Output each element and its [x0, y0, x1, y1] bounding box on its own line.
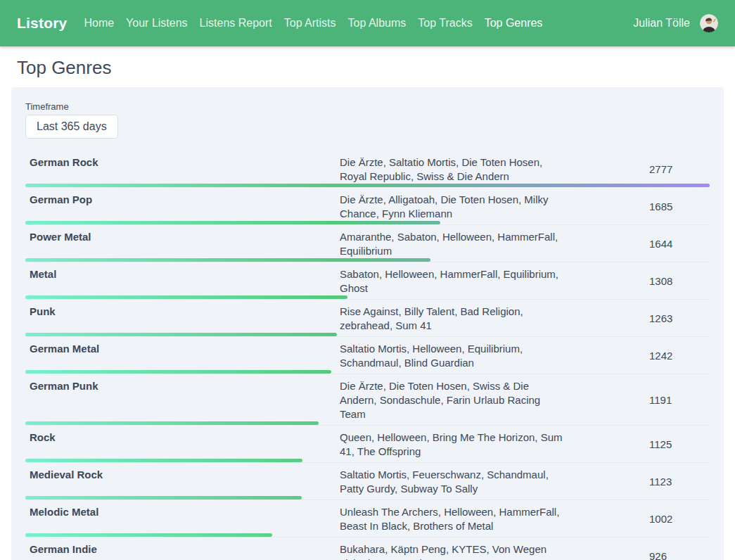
timeframe-select[interactable]: Last 365 days	[25, 115, 118, 139]
nav-links: HomeYour ListensListens ReportTop Artist…	[84, 17, 554, 30]
genre-row: Metal Sabaton, Helloween, HammerFall, Eq…	[25, 262, 710, 300]
genre-bar	[25, 184, 710, 187]
genre-row: Punk Rise Against, Billy Talent, Bad Rel…	[25, 300, 710, 337]
genre-top-artists: Amaranthe, Sabaton, Helloween, HammerFal…	[340, 230, 573, 258]
genre-row-content: German Indie Bukahara, Käptn Peng, KYTES…	[25, 537, 710, 560]
main-content: Top Genres Timeframe Last 365 days Germa…	[0, 46, 735, 560]
genre-name: Metal	[25, 267, 340, 295]
genre-top-artists: Saltatio Mortis, Helloween, Equilibrium,…	[340, 342, 573, 370]
genre-bar-track	[25, 184, 710, 188]
genre-bar-track	[25, 421, 710, 426]
genre-listen-count: 1125	[573, 438, 710, 452]
genre-listen-count: 1191	[573, 393, 710, 407]
user-avatar-icon[interactable]	[700, 14, 718, 32]
genre-listen-count: 2777	[573, 163, 710, 177]
genres-table: German Rock Die Ärzte, Saltatio Mortis, …	[25, 151, 710, 560]
timeframe-label: Timeframe	[25, 101, 710, 112]
genre-bar	[25, 258, 430, 262]
nav-item-top-artists[interactable]: Top Artists	[284, 17, 336, 30]
genre-bar-track	[25, 295, 710, 300]
genre-bar-track	[25, 221, 710, 225]
genre-row-content: Power Metal Amaranthe, Sabaton, Hellowee…	[25, 225, 710, 258]
genre-row: German Punk Die Ärzte, Die Toten Hosen, …	[25, 374, 710, 426]
genre-listen-count: 1263	[573, 312, 710, 326]
genre-bar-track	[25, 370, 710, 374]
navbar: Listory HomeYour ListensListens ReportTo…	[0, 0, 735, 46]
genre-name: German Punk	[25, 379, 340, 421]
genre-bar-track	[25, 533, 710, 537]
genre-row-content: Melodic Metal Unleash The Archers, Hello…	[25, 500, 710, 533]
genre-bar	[25, 533, 272, 537]
top-genres-card: Timeframe Last 365 days German Rock Die …	[11, 87, 724, 560]
genre-listen-count: 1644	[573, 237, 710, 251]
genre-name: German Metal	[25, 342, 340, 370]
genre-top-artists: Saltatio Mortis, Feuerschwanz, Schandmau…	[340, 468, 573, 496]
genre-top-artists: Die Ärzte, Alligatoah, Die Toten Hosen, …	[340, 193, 573, 221]
nav-item-top-albums[interactable]: Top Albums	[348, 17, 407, 30]
genre-row: German Rock Die Ärzte, Saltatio Mortis, …	[25, 151, 710, 188]
genre-bar-track	[25, 258, 710, 262]
genre-listen-count: 926	[573, 549, 710, 560]
user-name[interactable]: Julian Tölle	[633, 17, 690, 30]
genre-bar-track	[25, 333, 710, 337]
genre-bar	[25, 421, 319, 425]
genre-name: Power Metal	[25, 230, 340, 258]
page-title: Top Genres	[17, 57, 718, 79]
genre-top-artists: Sabaton, Helloween, HammerFall, Equilibr…	[340, 267, 573, 295]
genre-top-artists: Bukahara, Käptn Peng, KYTES, Von Wegen L…	[340, 542, 573, 560]
genre-row-content: German Metal Saltatio Mortis, Helloween,…	[25, 337, 710, 370]
genre-row-content: Metal Sabaton, Helloween, HammerFall, Eq…	[25, 262, 710, 295]
genre-top-artists: Rise Against, Billy Talent, Bad Religion…	[340, 305, 573, 333]
genre-listen-count: 1002	[573, 512, 710, 526]
genre-row-content: Medieval Rock Saltatio Mortis, Feuerschw…	[25, 463, 710, 496]
genre-row: German Pop Die Ärzte, Alligatoah, Die To…	[25, 188, 710, 225]
genre-row: Power Metal Amaranthe, Sabaton, Hellowee…	[25, 225, 710, 262]
genre-name: Rock	[25, 431, 340, 459]
genre-row-content: Rock Queen, Helloween, Bring Me The Hori…	[25, 426, 710, 459]
genre-top-artists: Die Ärzte, Saltatio Mortis, Die Toten Ho…	[340, 155, 573, 184]
nav-item-your-listens[interactable]: Your Listens	[126, 17, 187, 30]
genre-name: Medieval Rock	[25, 468, 340, 496]
nav-item-home[interactable]: Home	[84, 17, 114, 30]
timeframe-block: Timeframe Last 365 days	[25, 101, 710, 139]
genre-top-artists: Queen, Helloween, Bring Me The Horizon, …	[340, 431, 573, 459]
genre-listen-count: 1308	[573, 274, 710, 288]
genre-name: German Pop	[25, 193, 340, 221]
genre-row: Rock Queen, Helloween, Bring Me The Hori…	[25, 426, 710, 463]
genre-row: Medieval Rock Saltatio Mortis, Feuerschw…	[25, 463, 710, 500]
genre-row-content: Punk Rise Against, Billy Talent, Bad Rel…	[25, 300, 710, 333]
app-logo[interactable]: Listory	[17, 15, 67, 32]
genre-bar	[25, 459, 302, 462]
genre-listen-count: 1685	[573, 200, 710, 214]
genre-bar	[25, 496, 302, 499]
genre-name: Punk	[25, 305, 340, 333]
genre-row: Melodic Metal Unleash The Archers, Hello…	[25, 500, 710, 537]
nav-item-top-tracks[interactable]: Top Tracks	[418, 17, 472, 30]
genre-bar	[25, 333, 337, 336]
nav-item-top-genres[interactable]: Top Genres	[485, 17, 543, 30]
genre-top-artists: Die Ärzte, Die Toten Hosen, Swiss & Die …	[340, 379, 573, 421]
genre-row-content: German Rock Die Ärzte, Saltatio Mortis, …	[25, 151, 710, 184]
genre-name: Melodic Metal	[25, 505, 340, 533]
genre-listen-count: 1242	[573, 349, 710, 363]
genre-bar	[25, 221, 440, 224]
genre-listen-count: 1123	[573, 475, 710, 489]
genre-row-content: German Pop Die Ärzte, Alligatoah, Die To…	[25, 188, 710, 221]
genre-bar-track	[25, 459, 710, 463]
genre-bar	[25, 370, 331, 374]
nav-item-listens-report[interactable]: Listens Report	[200, 17, 272, 30]
genre-row-content: German Punk Die Ärzte, Die Toten Hosen, …	[25, 374, 710, 421]
genre-top-artists: Unleash The Archers, Helloween, HammerFa…	[340, 505, 573, 533]
genre-name: German Rock	[25, 155, 340, 184]
genre-row: German Indie Bukahara, Käptn Peng, KYTES…	[25, 537, 710, 560]
genre-row: German Metal Saltatio Mortis, Helloween,…	[25, 337, 710, 374]
genre-bar-track	[25, 496, 710, 500]
genre-bar	[25, 295, 347, 299]
genre-name: German Indie	[25, 542, 340, 560]
